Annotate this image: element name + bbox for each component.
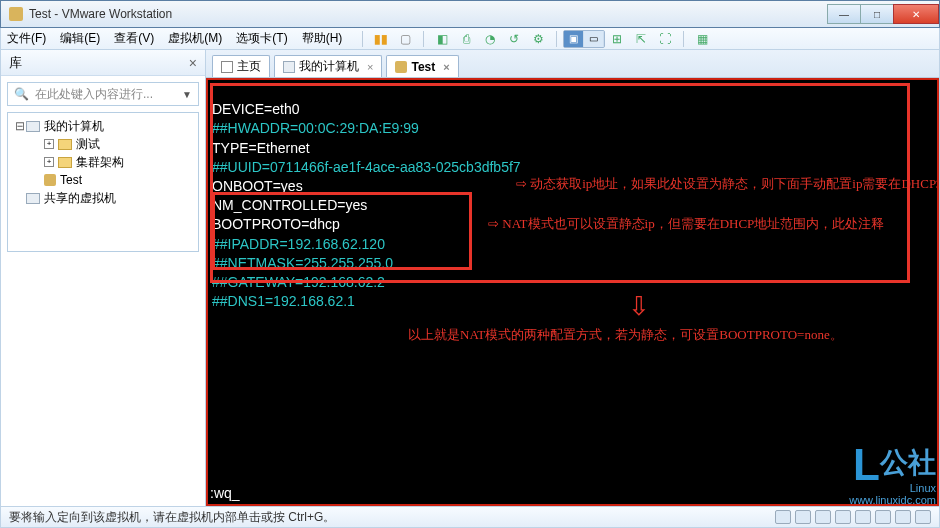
- menu-help[interactable]: 帮助(H): [302, 30, 343, 47]
- tab-bar: 主页 我的计算机 × Test ×: [206, 50, 939, 78]
- tab-home[interactable]: 主页: [212, 55, 270, 77]
- revert-icon[interactable]: ↺: [505, 30, 523, 48]
- tree-label: 集群架构: [76, 154, 124, 171]
- screenshot-icon[interactable]: ⎙: [457, 30, 475, 48]
- main-area: 库 × 🔍 在此处键入内容进行... ▼ ⊟ 我的计算机 + 测试 + 集群架构: [0, 50, 940, 506]
- tab-mycomputer[interactable]: 我的计算机 ×: [274, 55, 382, 77]
- tray-icon[interactable]: [795, 510, 811, 524]
- annotation-text: ⇨ NAT模式也可以设置静态ip，但需要在DHCP地址范围内，此处注释: [488, 216, 884, 233]
- sidebar-header: 库 ×: [1, 50, 205, 76]
- fullscreen-icon[interactable]: ⛶: [656, 30, 674, 48]
- tree-shared[interactable]: 共享的虚拟机: [10, 189, 196, 207]
- window-title: Test - VMware Workstation: [29, 7, 172, 21]
- unity-icon[interactable]: ⇱: [632, 30, 650, 48]
- expand-icon[interactable]: +: [44, 157, 54, 167]
- close-button[interactable]: ✕: [893, 4, 939, 24]
- status-bar: 要将输入定向到该虚拟机，请在虚拟机内部单击或按 Ctrl+G。: [0, 506, 940, 528]
- annotation-summary: 以上就是NAT模式的两种配置方式，若为静态，可设置BOOTPROTO=none。: [408, 327, 843, 344]
- content-area: 主页 我的计算机 × Test × DEVICE=eth0 ##HWADDR=0…: [206, 50, 939, 506]
- tray-icon[interactable]: [815, 510, 831, 524]
- folder-icon: [58, 139, 72, 150]
- tree-root[interactable]: ⊟ 我的计算机: [10, 117, 196, 135]
- view-mode-2[interactable]: ▭: [584, 31, 604, 47]
- pause-icon[interactable]: ▮▮: [372, 30, 390, 48]
- manage-icon[interactable]: ⚙: [529, 30, 547, 48]
- tree-label: 共享的虚拟机: [44, 190, 116, 207]
- folder-icon: [58, 157, 72, 168]
- tab-close-icon[interactable]: ×: [443, 61, 449, 73]
- sidebar: 库 × 🔍 在此处键入内容进行... ▼ ⊟ 我的计算机 + 测试 + 集群架构: [1, 50, 206, 506]
- search-placeholder: 在此处键入内容进行...: [35, 86, 153, 103]
- term-line: ##HWADDR=00:0C:29:DA:E9:99: [212, 120, 419, 136]
- view-mode-group: ▣ ▭: [563, 30, 605, 48]
- power-icon[interactable]: ▢: [396, 30, 414, 48]
- divider: [423, 31, 424, 47]
- search-dropdown-icon[interactable]: ▼: [182, 89, 192, 100]
- vim-command: :wq_: [210, 484, 240, 502]
- search-icon: 🔍: [14, 87, 29, 101]
- terminal-view[interactable]: DEVICE=eth0 ##HWADDR=00:0C:29:DA:E9:99 T…: [206, 78, 939, 506]
- search-input[interactable]: 🔍 在此处键入内容进行... ▼: [7, 82, 199, 106]
- maximize-button[interactable]: □: [860, 4, 894, 24]
- menu-file[interactable]: 文件(F): [7, 30, 46, 47]
- divider: [683, 31, 684, 47]
- term-line: NM_CONTROLLED=yes: [212, 197, 367, 213]
- tab-test[interactable]: Test ×: [386, 55, 458, 77]
- sidebar-title: 库: [9, 54, 22, 72]
- menu-edit[interactable]: 编辑(E): [60, 30, 100, 47]
- tray-icon[interactable]: [895, 510, 911, 524]
- tree-item[interactable]: + 测试: [10, 135, 196, 153]
- tray-icon[interactable]: [835, 510, 851, 524]
- collapse-icon[interactable]: ⊟: [14, 119, 26, 133]
- tray-icon[interactable]: [855, 510, 871, 524]
- divider: [362, 31, 363, 47]
- term-line: ##IPADDR=192.168.62.120: [212, 236, 385, 252]
- snapshot-icon[interactable]: ◧: [433, 30, 451, 48]
- status-text: 要将输入定向到该虚拟机，请在虚拟机内部单击或按 Ctrl+G。: [9, 509, 335, 526]
- menu-tabs[interactable]: 选项卡(T): [236, 30, 287, 47]
- tray-icon[interactable]: [875, 510, 891, 524]
- tab-label: 主页: [237, 58, 261, 75]
- term-line: ##DNS1=192.168.62.1: [212, 293, 355, 309]
- tray-icon[interactable]: [775, 510, 791, 524]
- status-tray: [775, 510, 931, 524]
- term-line: ONBOOT=yes: [212, 178, 303, 194]
- tree-item[interactable]: + 集群架构: [10, 153, 196, 171]
- tab-label: 我的计算机: [299, 58, 359, 75]
- shared-icon: [26, 193, 40, 204]
- thumbnail-icon[interactable]: ⊞: [608, 30, 626, 48]
- term-line: ##GATEWAY=192.168.62.2: [212, 274, 385, 290]
- term-line: BOOTPROTO=dhcp: [212, 216, 340, 232]
- term-line: ##NETMASK=255.255.255.0: [212, 255, 393, 271]
- menu-view[interactable]: 查看(V): [114, 30, 154, 47]
- term-line: DEVICE=eth0: [212, 101, 300, 117]
- expand-icon[interactable]: +: [44, 139, 54, 149]
- library-tree: ⊟ 我的计算机 + 测试 + 集群架构 Test 共享的虚拟机: [7, 112, 199, 252]
- arrow-down-icon: ⇩: [628, 290, 650, 324]
- home-icon: [221, 61, 233, 73]
- vm-icon: [395, 61, 407, 73]
- tile-icon[interactable]: ▦: [693, 30, 711, 48]
- minimize-button[interactable]: —: [827, 4, 861, 24]
- window-controls: — □ ✕: [828, 4, 939, 24]
- tree-label: 测试: [76, 136, 100, 153]
- menu-vm[interactable]: 虚拟机(M): [168, 30, 222, 47]
- tree-item-test[interactable]: Test: [10, 171, 196, 189]
- title-bar: Test - VMware Workstation — □ ✕: [0, 0, 940, 28]
- annotation-text: ⇨ 动态获取ip地址，如果此处设置为静态，则下面手动配置ip需要在DHCP地址范…: [516, 176, 939, 193]
- computer-icon: [26, 121, 40, 132]
- divider: [556, 31, 557, 47]
- vm-icon: [44, 174, 56, 186]
- tab-close-icon[interactable]: ×: [367, 61, 373, 73]
- app-icon: [9, 7, 23, 21]
- sidebar-close-icon[interactable]: ×: [189, 55, 197, 71]
- clock-icon[interactable]: ◔: [481, 30, 499, 48]
- view-mode-1[interactable]: ▣: [564, 31, 584, 47]
- tray-icon[interactable]: [915, 510, 931, 524]
- computer-icon: [283, 61, 295, 73]
- tab-label: Test: [411, 60, 435, 74]
- term-line: ##UUID=0711466f-ae1f-4ace-aa83-025cb3dfb…: [212, 159, 521, 175]
- tree-label: 我的计算机: [44, 118, 104, 135]
- tree-label: Test: [60, 173, 82, 187]
- menu-bar: 文件(F) 编辑(E) 查看(V) 虚拟机(M) 选项卡(T) 帮助(H) ▮▮…: [0, 28, 940, 50]
